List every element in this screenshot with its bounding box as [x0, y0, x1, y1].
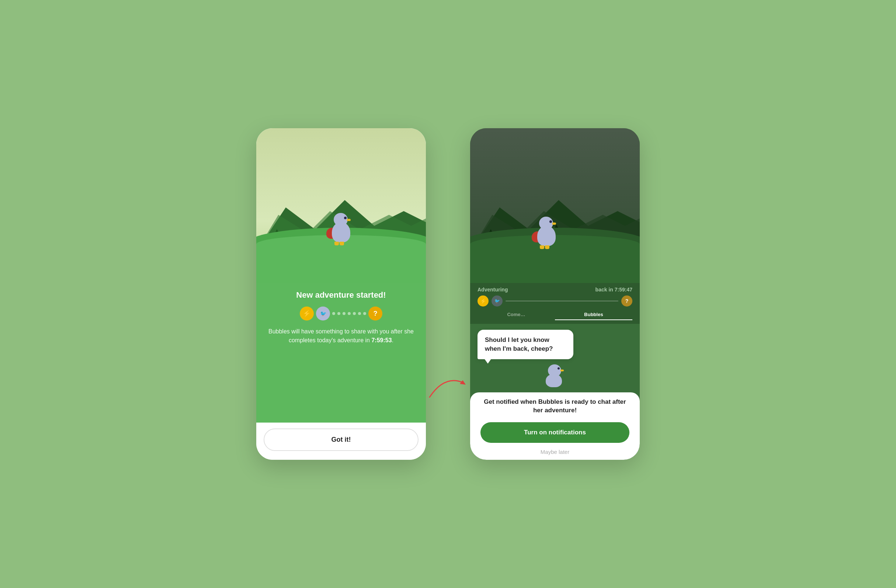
dot-3 [343, 312, 346, 315]
status-label: Adventuring [477, 287, 508, 293]
bird-face-icon: 🐦 [320, 311, 326, 316]
dot-6 [358, 312, 361, 315]
right-bird-character [532, 217, 561, 250]
right-bird-beak [552, 223, 556, 225]
arrow-svg [422, 368, 474, 404]
adventuring-status-bar: Adventuring back in 7:59:47 ⚡ 🐦 ? Come… … [470, 283, 640, 324]
status-label-row: Adventuring back in 7:59:47 [477, 287, 632, 293]
status-timer: back in 7:59:47 [596, 287, 632, 293]
dot-5 [353, 312, 356, 315]
adventure-title: New adventure started! [296, 290, 386, 300]
question-mark: ? [625, 298, 629, 304]
bird-foot-right [340, 242, 344, 245]
bird-eye [344, 217, 347, 219]
right-bird-foot-left [540, 245, 544, 249]
right-phone: Adventuring back in 7:59:47 ⚡ 🐦 ? Come… … [470, 128, 640, 460]
right-bird-eye [549, 220, 552, 223]
speech-bubble-area: Should I let you know when I'm back, che… [470, 324, 640, 359]
left-scene [256, 128, 426, 283]
status-lightning-icon: ⚡ [477, 295, 489, 307]
question-icon: ? [373, 310, 378, 318]
bird-beak [347, 219, 350, 221]
mini-bird-eye [558, 367, 560, 369]
notification-title: Get notified when Bubbles is ready to ch… [480, 398, 629, 415]
left-phone: New adventure started! ⚡ 🐦 ? [256, 128, 426, 460]
right-scene [470, 128, 640, 283]
dot-4 [348, 312, 350, 315]
tab-bubbles[interactable]: Bubbles [555, 310, 632, 320]
mini-bird-head [548, 365, 561, 377]
dot-7 [363, 312, 366, 315]
mini-bird-beak [561, 369, 564, 371]
right-bird-head [539, 217, 553, 230]
progress-row: ⚡ 🐦 ? [300, 307, 382, 321]
status-icons-progress: ⚡ 🐦 ? [477, 295, 632, 307]
bird-character [326, 213, 356, 246]
got-it-button[interactable]: Got it! [264, 428, 419, 451]
bird-head [334, 213, 348, 226]
progress-dots [332, 312, 366, 315]
bird-foot-left [334, 242, 339, 245]
screen1-body: New adventure started! ⚡ 🐦 ? [256, 283, 426, 422]
status-bird-icon: 🐦 [492, 295, 503, 307]
tabs-row: Come… Bubbles [477, 310, 632, 320]
speech-bubble: Should I let you know when I'm back, che… [477, 330, 573, 359]
end-icon-circle: ? [368, 307, 382, 321]
mini-bird-container [470, 362, 640, 390]
maybe-later-button[interactable]: Maybe later [541, 449, 569, 455]
dot-1 [332, 312, 335, 315]
bird-icon-circle: 🐦 [316, 307, 330, 321]
start-icon-circle: ⚡ [300, 307, 314, 321]
dot-2 [337, 312, 340, 315]
turn-on-notifications-button[interactable]: Turn on notifications [480, 422, 629, 443]
mini-bird [542, 365, 568, 390]
got-it-area: Got it! [256, 422, 426, 460]
adventure-description: Bubbles will have something to share wit… [267, 327, 415, 345]
lightning-icon: ⚡ [303, 310, 311, 318]
status-question-icon: ? [621, 295, 632, 307]
notification-card: Get notified when Bubbles is ready to ch… [470, 392, 640, 460]
status-progress-dots [506, 301, 618, 301]
right-bird-foot-right [545, 245, 549, 249]
svg-marker-2 [460, 380, 466, 384]
tab-come[interactable]: Come… [477, 310, 555, 320]
